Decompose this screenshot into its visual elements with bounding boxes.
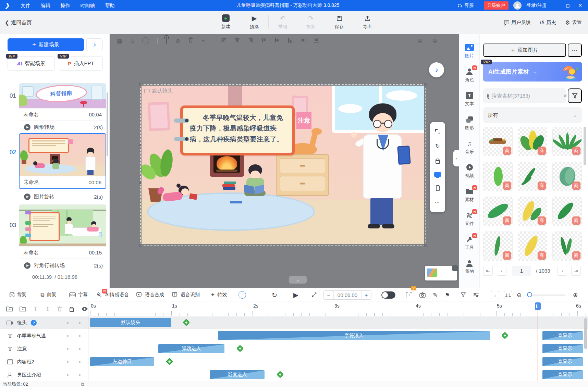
transition-row[interactable]: ▶ 圆形转场 2(s) — [24, 123, 103, 132]
track-option-dot[interactable] — [79, 374, 81, 376]
clip-default-camera[interactable]: 默认镜头 — [90, 318, 171, 327]
time-decrease-button[interactable]: − — [324, 290, 333, 300]
delete-track-icon[interactable] — [57, 305, 62, 312]
transition-row[interactable]: ▶ 图片旋转 2(s) — [24, 192, 103, 201]
history-button[interactable]: ↺历史 — [540, 19, 556, 26]
settings-button[interactable]: ⚙设置 — [565, 19, 582, 26]
restart-button[interactable]: ↻ — [272, 288, 277, 302]
add-keyframe-icon[interactable] — [166, 358, 173, 365]
subtitle-button[interactable]: CC字幕 — [69, 288, 88, 302]
zoom-reset-button[interactable]: 1:1 — [504, 291, 512, 299]
undo-button[interactable]: ↶撤销 — [269, 14, 297, 30]
add-folder-icon[interactable] — [20, 305, 26, 312]
move-down-icon[interactable]: ↧ — [33, 305, 38, 312]
duplicate-icon[interactable]: ⧉ — [433, 36, 437, 46]
asset-item[interactable]: 商 — [552, 197, 582, 226]
preview-button[interactable]: ▶预览 — [240, 14, 268, 30]
rail-item-music[interactable]: ♫音乐 — [459, 136, 480, 158]
grid-icon[interactable]: ▦ — [117, 38, 122, 44]
user-feedback-button[interactable]: 用户反馈 — [504, 20, 531, 26]
more-tools-button[interactable]: ⋯ — [238, 288, 246, 302]
login-register-link[interactable]: 登录/注册 — [526, 2, 547, 9]
track-option-dot[interactable] — [67, 348, 69, 350]
lock-icon[interactable] — [436, 160, 440, 164]
transition-row[interactable]: ▶ 对角行铺转场 2(s) — [24, 261, 103, 270]
align-bottom-icon[interactable] — [287, 38, 292, 44]
foreground-button[interactable]: ⧉前景 — [40, 288, 56, 302]
scene-audio-button[interactable]: ♪ — [429, 62, 444, 77]
lock-icon[interactable] — [166, 38, 167, 44]
asset-item[interactable]: 商 — [518, 232, 547, 261]
lock-track-icon[interactable] — [69, 305, 74, 312]
play-button[interactable]: ▶ — [293, 288, 298, 302]
track-header[interactable]: T 注意 — [0, 342, 88, 355]
upgrade-account-button[interactable]: 升级账户 — [484, 1, 509, 10]
distribute-v-icon[interactable] — [314, 38, 319, 44]
align-middle-icon[interactable] — [274, 38, 279, 44]
zoom-in-button[interactable]: ⊕ — [573, 288, 578, 302]
rail-item-material[interactable]: N素材 — [459, 184, 480, 205]
track-option-dot[interactable] — [79, 322, 81, 324]
monitor-view-icon[interactable] — [434, 172, 441, 177]
asset-item[interactable]: 商 — [552, 127, 582, 156]
minimap[interactable]: ⛶ — [425, 266, 457, 280]
page-input[interactable] — [512, 266, 531, 276]
distribute-h-icon[interactable] — [301, 38, 306, 44]
flag-button[interactable]: ⚑ — [445, 288, 450, 302]
menu-operate[interactable]: 操作 — [55, 0, 75, 11]
add-keyframe-icon[interactable] — [501, 332, 509, 339]
zoom-slider-knob[interactable] — [527, 292, 532, 297]
timeline-scrollbar[interactable] — [584, 318, 587, 349]
track-header[interactable]: 男医生介绍 — [0, 369, 88, 381]
align-center-h-icon[interactable] — [235, 38, 240, 44]
scene-music-button[interactable]: ♪ — [86, 38, 103, 51]
menu-file[interactable]: 文件 — [15, 0, 35, 11]
track-option-dot[interactable] — [79, 348, 81, 350]
clip-always-show[interactable]: 一直显示 — [542, 331, 583, 340]
filter-tracks-button[interactable] — [461, 288, 466, 302]
rail-item-mine[interactable]: 我的 — [459, 256, 480, 277]
rail-item-text[interactable]: T文本 — [459, 88, 480, 110]
scene-card-01[interactable]: 科普指南 未命名00:04 — [19, 83, 106, 121]
notice-tag[interactable]: 注意 — [296, 112, 311, 129]
menu-timeline[interactable]: 时间轴 — [75, 0, 100, 11]
add-keyframe-icon[interactable] — [236, 345, 244, 352]
time-increase-button[interactable]: + — [362, 290, 371, 300]
phone-view-icon[interactable] — [436, 185, 440, 191]
expand-icon[interactable]: ⛶ — [452, 265, 458, 271]
rail-item-widget[interactable]: N元件 — [459, 208, 480, 229]
preview-toggle[interactable] — [381, 291, 395, 299]
copy-icon[interactable]: ⧉ — [81, 382, 84, 387]
playhead-handle[interactable] — [535, 302, 541, 310]
track-header[interactable]: T 冬季早晚气温 — [0, 329, 88, 342]
clip-always-show[interactable]: 一直显示 — [542, 357, 583, 366]
clip-fade-entry[interactable]: 渐变进入 — [210, 370, 265, 379]
clip-always-show[interactable]: 一直显示 — [542, 370, 583, 379]
scene-card-03[interactable]: 未命名00:15 — [19, 204, 106, 259]
maximize-button[interactable]: ◻ — [564, 3, 572, 8]
customer-service-button[interactable]: 客服 — [457, 2, 474, 9]
zoom-out-button[interactable]: ⊖ — [517, 288, 522, 302]
asset-item[interactable]: 商 — [552, 232, 582, 261]
save-button[interactable]: 保存 — [325, 14, 353, 30]
asset-item[interactable]: 商 — [552, 162, 582, 191]
cabinet-graphic[interactable] — [276, 154, 329, 196]
minimize-button[interactable]: — — [552, 3, 559, 8]
asr-button[interactable]: T语音识别 — [172, 288, 200, 302]
asset-item[interactable]: 商 — [483, 232, 513, 261]
redo-button[interactable]: ↷恢复 — [297, 14, 325, 30]
frame-select-icon[interactable] — [435, 129, 440, 134]
clip-bounce-entry[interactable]: 弹跳进入 — [158, 344, 224, 353]
track-option-dot[interactable] — [67, 374, 69, 376]
current-time[interactable]: 00:06.00 — [333, 290, 362, 300]
align-right-icon[interactable] — [248, 38, 253, 44]
track-option-dot[interactable] — [79, 361, 81, 363]
track-option-dot[interactable] — [67, 361, 69, 363]
unlink-icon[interactable]: ⊘ — [175, 38, 180, 44]
visibility-icon[interactable] — [81, 305, 88, 312]
note-text-box[interactable]: 冬季早晚气温较大，儿童免疫力下降，极易感染呼吸道疾病，这几种疾病类型要注意了。 — [180, 105, 295, 155]
camera-button[interactable] — [419, 288, 426, 302]
panel-scrollbar[interactable] — [584, 127, 586, 165]
track-option-dot[interactable] — [67, 335, 69, 337]
asset-search[interactable]: ✕ — [483, 88, 566, 103]
